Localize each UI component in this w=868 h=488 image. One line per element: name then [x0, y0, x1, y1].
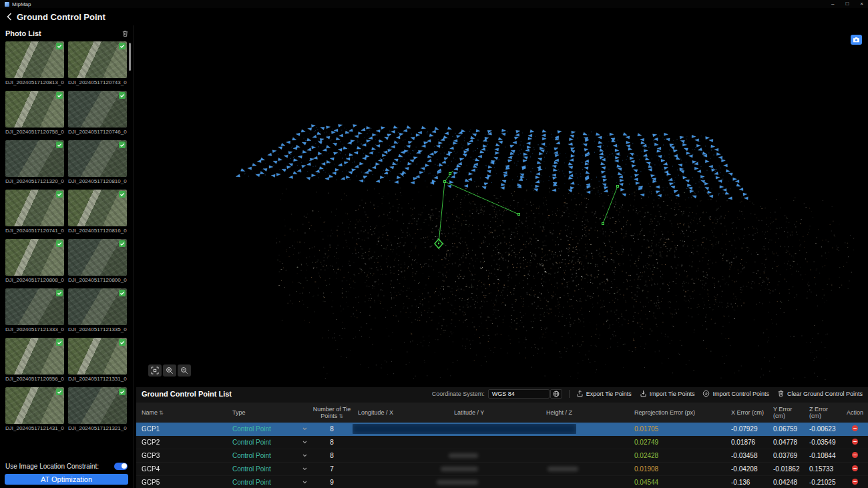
selected-check-icon: [119, 191, 126, 198]
photo-thumbnail: [5, 239, 64, 276]
import-button[interactable]: Import Tie Points: [640, 390, 695, 399]
photo-item[interactable]: DJI_20240517121431_0708...: [5, 387, 64, 431]
x-error: 0.01876: [726, 439, 768, 446]
delete-gcp-button[interactable]: [852, 452, 858, 458]
photo-thumbnail: [5, 387, 64, 424]
photo-item[interactable]: DJI_20240517120800_0371...: [68, 239, 127, 283]
title-bar: MipMap – □ ×: [0, 0, 868, 8]
column-header: Z Error (cm): [804, 406, 841, 420]
point-cloud-viewport[interactable]: [136, 25, 868, 387]
tie-point-count: 8: [311, 439, 353, 446]
photo-name: DJI_20240517120758_0368...: [5, 129, 64, 135]
photo-name: DJI_20240517121321_0635...: [68, 425, 127, 431]
z-error: -0.00623: [804, 425, 841, 433]
photo-item[interactable]: DJI_20240517121333_0650...: [5, 288, 64, 332]
gcp-row[interactable]: GCP5Control Point90.04544-0.1360.04248-0…: [136, 476, 868, 488]
import-gcp-button[interactable]: Import Control Points: [702, 390, 769, 399]
gcp-row[interactable]: GCP1Control Point80.01705-0.079290.06759…: [136, 423, 868, 436]
column-header[interactable]: Name⇅: [136, 409, 227, 416]
action-label: Clear Ground Control Points: [787, 391, 863, 397]
reprojection-error: 0.02428: [629, 452, 726, 459]
chevron-down-icon: [302, 454, 311, 457]
gcp-type-dropdown[interactable]: Control Point: [227, 425, 311, 433]
photo-name: DJI_20240517121331_0648...: [68, 376, 127, 382]
photo-item[interactable]: DJI_20240517121331_0648...: [68, 338, 127, 382]
gcp-type-value: Control Point: [232, 479, 271, 486]
photo-thumbnail: [68, 338, 127, 375]
gcp-row[interactable]: GCP2Control Point80.027490.018760.04778-…: [136, 436, 868, 449]
gcp-type-dropdown[interactable]: Control Point: [227, 452, 311, 459]
delete-gcp-button[interactable]: [852, 465, 858, 471]
coordinate-system-input[interactable]: WGS 84: [488, 389, 550, 399]
photo-thumbnail: [5, 190, 64, 226]
column-header[interactable]: Number of Tie Points⇅: [311, 406, 353, 420]
photo-item[interactable]: DJI_20240517120816_0389...: [68, 190, 127, 234]
photo-thumbnail: [68, 91, 127, 128]
minimize-button[interactable]: –: [831, 0, 834, 8]
z-error: -0.03549: [804, 439, 841, 446]
z-error: 0.15733: [804, 465, 841, 473]
photo-thumbnail: [68, 41, 127, 78]
delete-gcp-button[interactable]: [852, 439, 858, 445]
point-cloud-canvas[interactable]: [136, 25, 868, 387]
gcp-row[interactable]: GCP4Control Point70.01908-0.04208-0.0186…: [136, 463, 868, 476]
back-button[interactable]: [7, 13, 12, 21]
photo-item[interactable]: DJI_20240517120741_0348...: [5, 190, 64, 234]
gcp-row[interactable]: GCP3Control Point80.02428-0.034580.03769…: [136, 449, 868, 463]
screenshot-camera-button[interactable]: [851, 35, 862, 45]
gcp-name: GCP5: [136, 479, 227, 486]
delete-gcp-button[interactable]: [852, 425, 858, 431]
photo-name: DJI_20240517120741_0348...: [5, 228, 64, 234]
selected-check-icon: [119, 240, 126, 247]
selected-check-icon: [119, 92, 126, 99]
photo-item[interactable]: DJI_20240517121321_0635...: [68, 387, 127, 431]
selected-check-icon: [56, 92, 63, 99]
zoom-out-button[interactable]: [178, 364, 191, 377]
y-error: 0.06759: [768, 425, 804, 433]
selected-check-icon: [56, 142, 63, 148]
trash-button[interactable]: Clear Ground Control Points: [777, 390, 863, 399]
globe-icon[interactable]: [550, 389, 562, 399]
action-cell: [841, 465, 868, 473]
coordinate-system-label: Coordinate System:: [432, 391, 485, 397]
maximize-button[interactable]: □: [845, 0, 849, 8]
delete-photo-trash-icon[interactable]: [122, 30, 129, 37]
delete-gcp-button[interactable]: [852, 479, 858, 485]
photo-name: DJI_20240517121333_0650...: [5, 326, 64, 332]
import-icon: [640, 390, 647, 399]
at-optimization-button[interactable]: AT Optimization: [5, 474, 128, 485]
fit-view-button[interactable]: [148, 364, 162, 377]
photo-item[interactable]: DJI_20240517120746_0354...: [68, 91, 127, 135]
photo-item[interactable]: DJI_20240517120813_0385...: [5, 41, 64, 85]
tie-point-count: 8: [311, 452, 353, 459]
photo-name: DJI_20240517121335_0652...: [68, 326, 127, 332]
tie-point-count: 7: [311, 465, 353, 473]
selected-check-icon: [119, 389, 126, 395]
photo-item[interactable]: DJI_20240517120758_0368...: [5, 91, 64, 135]
gcp-type-value: Control Point: [232, 465, 271, 473]
photo-list-title: Photo List: [5, 29, 41, 37]
gcp-table-header: Name⇅TypeNumber of Tie Points⇅Longitude …: [136, 403, 868, 423]
gcp-type-dropdown[interactable]: Control Point: [227, 439, 311, 446]
photo-item[interactable]: DJI_20240517121335_0652...: [68, 288, 127, 332]
column-header: Latitude / Y: [449, 409, 541, 416]
photo-name: DJI_20240517120816_0389...: [68, 228, 127, 234]
window-title: MipMap: [12, 1, 31, 7]
photo-item[interactable]: DJI_20240517120810_0382...: [68, 140, 127, 184]
photo-grid: DJI_20240517120813_0385...DJI_2024051712…: [5, 41, 127, 456]
close-button[interactable]: ×: [860, 0, 863, 8]
photo-item[interactable]: DJI_20240517121320_0634...: [5, 140, 64, 184]
image-location-constraint-toggle[interactable]: [114, 463, 128, 470]
gcp-type-dropdown[interactable]: Control Point: [227, 465, 311, 473]
export-button[interactable]: Export Tie Points: [576, 390, 632, 399]
gcp-type-value: Control Point: [232, 452, 271, 459]
photo-item[interactable]: DJI_20240517120556_0237...: [5, 338, 64, 382]
action-cell: [841, 439, 868, 446]
gcp-type-dropdown[interactable]: Control Point: [227, 479, 311, 486]
photo-item[interactable]: DJI_20240517120808_0379...: [5, 239, 64, 283]
zoom-in-button[interactable]: [163, 364, 176, 377]
trash-icon: [777, 390, 785, 399]
photo-list-scrollbar[interactable]: [129, 43, 131, 71]
sort-icon: ⇅: [339, 413, 343, 419]
photo-item[interactable]: DJI_20240517120743_0351...: [68, 41, 127, 85]
